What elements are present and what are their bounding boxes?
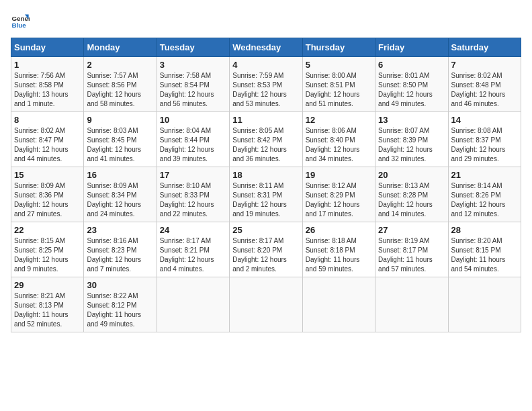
day-number: 5 <box>306 60 372 70</box>
day-number: 17 <box>160 170 226 180</box>
weekday-header-cell: Monday <box>84 38 157 57</box>
calendar-day-cell: 29Sunrise: 8:21 AMSunset: 8:13 PMDayligh… <box>11 277 84 332</box>
calendar-day-cell: 24Sunrise: 8:17 AMSunset: 8:21 PMDayligh… <box>157 222 229 277</box>
calendar-day-cell: 9Sunrise: 8:03 AMSunset: 8:45 PMDaylight… <box>84 112 157 167</box>
day-info: Sunrise: 8:13 AMSunset: 8:28 PMDaylight:… <box>378 181 445 219</box>
calendar-day-cell: 30Sunrise: 8:22 AMSunset: 8:12 PMDayligh… <box>84 277 157 332</box>
day-number: 27 <box>378 225 445 235</box>
day-number: 12 <box>306 115 372 125</box>
calendar-day-cell: 17Sunrise: 8:10 AMSunset: 8:33 PMDayligh… <box>157 167 229 222</box>
day-info: Sunrise: 8:07 AMSunset: 8:39 PMDaylight:… <box>378 126 445 164</box>
calendar-day-cell: 25Sunrise: 8:17 AMSunset: 8:20 PMDayligh… <box>230 222 302 277</box>
calendar-day-cell: 18Sunrise: 8:11 AMSunset: 8:31 PMDayligh… <box>230 167 302 222</box>
day-number: 1 <box>14 60 81 70</box>
calendar-table: SundayMondayTuesdayWednesdayThursdayFrid… <box>11 38 521 332</box>
calendar-day-cell <box>375 277 448 332</box>
calendar-day-cell: 14Sunrise: 8:08 AMSunset: 8:37 PMDayligh… <box>448 112 521 167</box>
day-info: Sunrise: 8:20 AMSunset: 8:15 PMDaylight:… <box>451 236 518 274</box>
day-info: Sunrise: 8:18 AMSunset: 8:18 PMDaylight:… <box>306 236 372 274</box>
day-info: Sunrise: 8:08 AMSunset: 8:37 PMDaylight:… <box>451 126 518 164</box>
logo: General Blue <box>11 11 30 30</box>
day-number: 11 <box>232 115 299 125</box>
weekday-header-cell: Tuesday <box>157 38 229 57</box>
weekday-header-cell: Wednesday <box>230 38 302 57</box>
day-number: 24 <box>160 225 226 235</box>
day-number: 25 <box>232 225 299 235</box>
day-number: 6 <box>378 60 445 70</box>
calendar-day-cell <box>230 277 302 332</box>
day-info: Sunrise: 8:17 AMSunset: 8:20 PMDaylight:… <box>232 236 299 274</box>
day-number: 22 <box>14 225 81 235</box>
day-number: 10 <box>160 115 226 125</box>
calendar-day-cell <box>302 277 375 332</box>
page-header: General Blue <box>11 11 521 30</box>
weekday-header-cell: Friday <box>375 38 448 57</box>
calendar-week-row: 29Sunrise: 8:21 AMSunset: 8:13 PMDayligh… <box>11 277 521 332</box>
day-number: 28 <box>451 225 518 235</box>
calendar-week-row: 22Sunrise: 8:15 AMSunset: 8:25 PMDayligh… <box>11 222 521 277</box>
weekday-header-row: SundayMondayTuesdayWednesdayThursdayFrid… <box>11 38 521 57</box>
calendar-day-cell: 22Sunrise: 8:15 AMSunset: 8:25 PMDayligh… <box>11 222 84 277</box>
day-number: 29 <box>14 280 81 290</box>
day-info: Sunrise: 8:14 AMSunset: 8:26 PMDaylight:… <box>451 181 518 219</box>
day-number: 18 <box>232 170 299 180</box>
calendar-day-cell: 10Sunrise: 8:04 AMSunset: 8:44 PMDayligh… <box>157 112 229 167</box>
day-number: 20 <box>378 170 445 180</box>
calendar-day-cell: 23Sunrise: 8:16 AMSunset: 8:23 PMDayligh… <box>84 222 157 277</box>
day-number: 30 <box>87 280 153 290</box>
calendar-day-cell: 12Sunrise: 8:06 AMSunset: 8:40 PMDayligh… <box>302 112 375 167</box>
calendar-day-cell <box>448 277 521 332</box>
day-number: 19 <box>306 170 372 180</box>
day-info: Sunrise: 8:22 AMSunset: 8:12 PMDaylight:… <box>87 291 153 329</box>
day-info: Sunrise: 8:09 AMSunset: 8:36 PMDaylight:… <box>14 181 81 219</box>
weekday-header-cell: Sunday <box>11 38 84 57</box>
weekday-header-cell: Thursday <box>302 38 375 57</box>
calendar-day-cell: 4Sunrise: 7:59 AMSunset: 8:53 PMDaylight… <box>230 57 302 112</box>
day-number: 3 <box>160 60 226 70</box>
logo-icon: General Blue <box>11 11 30 30</box>
day-number: 13 <box>378 115 445 125</box>
day-info: Sunrise: 8:19 AMSunset: 8:17 PMDaylight:… <box>378 236 445 274</box>
calendar-day-cell: 27Sunrise: 8:19 AMSunset: 8:17 PMDayligh… <box>375 222 448 277</box>
calendar-week-row: 1Sunrise: 7:56 AMSunset: 8:58 PMDaylight… <box>11 57 521 112</box>
calendar-day-cell: 5Sunrise: 8:00 AMSunset: 8:51 PMDaylight… <box>302 57 375 112</box>
calendar-body: 1Sunrise: 7:56 AMSunset: 8:58 PMDaylight… <box>11 57 521 332</box>
day-info: Sunrise: 8:04 AMSunset: 8:44 PMDaylight:… <box>160 126 226 164</box>
day-info: Sunrise: 8:02 AMSunset: 8:47 PMDaylight:… <box>14 126 81 164</box>
calendar-day-cell: 8Sunrise: 8:02 AMSunset: 8:47 PMDaylight… <box>11 112 84 167</box>
svg-text:Blue: Blue <box>11 21 26 29</box>
calendar-day-cell: 28Sunrise: 8:20 AMSunset: 8:15 PMDayligh… <box>448 222 521 277</box>
day-info: Sunrise: 8:12 AMSunset: 8:29 PMDaylight:… <box>306 181 372 219</box>
calendar-day-cell: 6Sunrise: 8:01 AMSunset: 8:50 PMDaylight… <box>375 57 448 112</box>
calendar-day-cell: 21Sunrise: 8:14 AMSunset: 8:26 PMDayligh… <box>448 167 521 222</box>
day-info: Sunrise: 8:15 AMSunset: 8:25 PMDaylight:… <box>14 236 81 274</box>
calendar-week-row: 15Sunrise: 8:09 AMSunset: 8:36 PMDayligh… <box>11 167 521 222</box>
day-number: 15 <box>14 170 81 180</box>
day-info: Sunrise: 8:06 AMSunset: 8:40 PMDaylight:… <box>306 126 372 164</box>
day-info: Sunrise: 8:21 AMSunset: 8:13 PMDaylight:… <box>14 291 81 329</box>
day-info: Sunrise: 8:16 AMSunset: 8:23 PMDaylight:… <box>87 236 153 274</box>
day-info: Sunrise: 8:00 AMSunset: 8:51 PMDaylight:… <box>306 71 372 109</box>
day-info: Sunrise: 8:05 AMSunset: 8:42 PMDaylight:… <box>232 126 299 164</box>
day-info: Sunrise: 8:03 AMSunset: 8:45 PMDaylight:… <box>87 126 153 164</box>
calendar-day-cell: 11Sunrise: 8:05 AMSunset: 8:42 PMDayligh… <box>230 112 302 167</box>
calendar-day-cell: 16Sunrise: 8:09 AMSunset: 8:34 PMDayligh… <box>84 167 157 222</box>
day-info: Sunrise: 7:57 AMSunset: 8:56 PMDaylight:… <box>87 71 153 109</box>
calendar-day-cell: 3Sunrise: 7:58 AMSunset: 8:54 PMDaylight… <box>157 57 229 112</box>
day-info: Sunrise: 8:17 AMSunset: 8:21 PMDaylight:… <box>160 236 226 274</box>
calendar-week-row: 8Sunrise: 8:02 AMSunset: 8:47 PMDaylight… <box>11 112 521 167</box>
day-number: 9 <box>87 115 153 125</box>
calendar-day-cell: 13Sunrise: 8:07 AMSunset: 8:39 PMDayligh… <box>375 112 448 167</box>
day-info: Sunrise: 8:01 AMSunset: 8:50 PMDaylight:… <box>378 71 445 109</box>
day-info: Sunrise: 7:58 AMSunset: 8:54 PMDaylight:… <box>160 71 226 109</box>
day-number: 8 <box>14 115 81 125</box>
day-number: 7 <box>451 60 518 70</box>
day-number: 4 <box>232 60 299 70</box>
calendar-day-cell: 2Sunrise: 7:57 AMSunset: 8:56 PMDaylight… <box>84 57 157 112</box>
day-info: Sunrise: 8:10 AMSunset: 8:33 PMDaylight:… <box>160 181 226 219</box>
calendar-day-cell: 19Sunrise: 8:12 AMSunset: 8:29 PMDayligh… <box>302 167 375 222</box>
calendar-day-cell: 15Sunrise: 8:09 AMSunset: 8:36 PMDayligh… <box>11 167 84 222</box>
day-info: Sunrise: 8:11 AMSunset: 8:31 PMDaylight:… <box>232 181 299 219</box>
calendar-day-cell: 20Sunrise: 8:13 AMSunset: 8:28 PMDayligh… <box>375 167 448 222</box>
calendar-day-cell: 1Sunrise: 7:56 AMSunset: 8:58 PMDaylight… <box>11 57 84 112</box>
